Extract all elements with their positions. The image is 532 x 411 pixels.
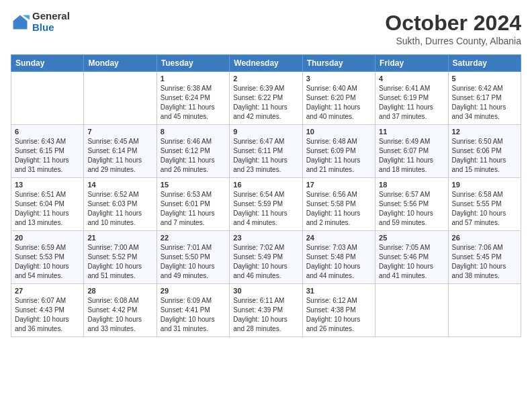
day-number: 27: [15, 287, 80, 295]
calendar-table: SundayMondayTuesdayWednesdayThursdayFrid…: [11, 54, 521, 337]
day-info: Sunrise: 6:46 AMSunset: 6:12 PMDaylight:…: [161, 137, 226, 175]
day-info: Sunrise: 6:43 AMSunset: 6:15 PMDaylight:…: [15, 137, 80, 175]
logo-blue: Blue: [32, 22, 70, 34]
calendar-day-cell: 10Sunrise: 6:48 AMSunset: 6:09 PMDayligh…: [302, 125, 375, 178]
calendar-week-row: 6Sunrise: 6:43 AMSunset: 6:15 PMDaylight…: [11, 125, 521, 178]
day-number: 6: [15, 128, 80, 136]
calendar-day-cell: 26Sunrise: 7:06 AMSunset: 5:45 PMDayligh…: [448, 231, 521, 284]
day-number: 17: [306, 181, 371, 189]
calendar-day-cell: 23Sunrise: 7:02 AMSunset: 5:49 PMDayligh…: [230, 231, 302, 284]
day-number: 29: [161, 287, 226, 295]
day-info: Sunrise: 7:01 AMSunset: 5:50 PMDaylight:…: [161, 243, 226, 281]
logo: General Blue: [11, 11, 70, 33]
calendar-day-cell: 13Sunrise: 6:51 AMSunset: 6:04 PMDayligh…: [11, 178, 84, 231]
calendar-day-cell: 3Sunrise: 6:40 AMSunset: 6:20 PMDaylight…: [302, 72, 375, 125]
day-info: Sunrise: 6:42 AMSunset: 6:17 PMDaylight:…: [452, 84, 517, 122]
calendar-day-cell: 20Sunrise: 6:59 AMSunset: 5:53 PMDayligh…: [11, 231, 84, 284]
day-number: 3: [306, 75, 371, 83]
day-number: 15: [161, 181, 226, 189]
day-info: Sunrise: 6:52 AMSunset: 6:03 PMDaylight:…: [87, 190, 152, 228]
day-info: Sunrise: 6:38 AMSunset: 6:24 PMDaylight:…: [161, 84, 226, 122]
day-info: Sunrise: 6:59 AMSunset: 5:53 PMDaylight:…: [15, 243, 80, 281]
day-info: Sunrise: 6:50 AMSunset: 6:06 PMDaylight:…: [452, 137, 517, 175]
calendar-day-cell: 5Sunrise: 6:42 AMSunset: 6:17 PMDaylight…: [448, 72, 521, 125]
day-info: Sunrise: 6:58 AMSunset: 5:55 PMDaylight:…: [452, 190, 517, 228]
day-info: Sunrise: 6:12 AMSunset: 4:38 PMDaylight:…: [306, 296, 371, 334]
day-number: 5: [452, 75, 517, 83]
day-of-week-header: Tuesday: [157, 55, 229, 72]
day-info: Sunrise: 6:54 AMSunset: 5:59 PMDaylight:…: [233, 190, 298, 228]
day-info: Sunrise: 6:45 AMSunset: 6:14 PMDaylight:…: [87, 137, 152, 175]
calendar-day-cell: 12Sunrise: 6:50 AMSunset: 6:06 PMDayligh…: [448, 125, 521, 178]
calendar-day-cell: 19Sunrise: 6:58 AMSunset: 5:55 PMDayligh…: [448, 178, 521, 231]
page-header: General Blue October 2024 Sukth, Durres …: [11, 11, 521, 46]
calendar-day-cell: 21Sunrise: 7:00 AMSunset: 5:52 PMDayligh…: [84, 231, 157, 284]
calendar-day-cell: 30Sunrise: 6:11 AMSunset: 4:39 PMDayligh…: [230, 284, 302, 337]
calendar-day-cell: [11, 72, 84, 125]
calendar-day-cell: 11Sunrise: 6:49 AMSunset: 6:07 PMDayligh…: [375, 125, 448, 178]
month-title: October 2024: [385, 11, 521, 36]
day-number: 28: [87, 287, 152, 295]
calendar-day-cell: 27Sunrise: 6:07 AMSunset: 4:43 PMDayligh…: [11, 284, 84, 337]
calendar-day-cell: 8Sunrise: 6:46 AMSunset: 6:12 PMDaylight…: [157, 125, 229, 178]
day-of-week-header: Wednesday: [230, 55, 302, 72]
location-subtitle: Sukth, Durres County, Albania: [385, 36, 521, 46]
day-number: 21: [87, 234, 152, 242]
day-info: Sunrise: 6:51 AMSunset: 6:04 PMDaylight:…: [15, 190, 80, 228]
calendar-day-cell: 7Sunrise: 6:45 AMSunset: 6:14 PMDaylight…: [84, 125, 157, 178]
calendar-day-cell: 31Sunrise: 6:12 AMSunset: 4:38 PMDayligh…: [302, 284, 375, 337]
day-number: 12: [452, 128, 517, 136]
calendar-day-cell: 17Sunrise: 6:56 AMSunset: 5:58 PMDayligh…: [302, 178, 375, 231]
calendar-day-cell: 4Sunrise: 6:41 AMSunset: 6:19 PMDaylight…: [375, 72, 448, 125]
day-number: 13: [15, 181, 80, 189]
day-of-week-header: Sunday: [11, 55, 84, 72]
day-info: Sunrise: 6:57 AMSunset: 5:56 PMDaylight:…: [379, 190, 444, 228]
day-info: Sunrise: 6:07 AMSunset: 4:43 PMDaylight:…: [15, 296, 80, 334]
day-info: Sunrise: 7:06 AMSunset: 5:45 PMDaylight:…: [452, 243, 517, 281]
day-info: Sunrise: 6:47 AMSunset: 6:11 PMDaylight:…: [233, 137, 298, 175]
day-info: Sunrise: 7:05 AMSunset: 5:46 PMDaylight:…: [379, 243, 444, 281]
day-info: Sunrise: 6:53 AMSunset: 6:01 PMDaylight:…: [161, 190, 226, 228]
day-number: 23: [233, 234, 298, 242]
day-info: Sunrise: 7:02 AMSunset: 5:49 PMDaylight:…: [233, 243, 298, 281]
calendar-day-cell: 1Sunrise: 6:38 AMSunset: 6:24 PMDaylight…: [157, 72, 229, 125]
day-number: 14: [87, 181, 152, 189]
day-number: 8: [161, 128, 226, 136]
day-info: Sunrise: 7:00 AMSunset: 5:52 PMDaylight:…: [87, 243, 152, 281]
calendar-week-row: 27Sunrise: 6:07 AMSunset: 4:43 PMDayligh…: [11, 284, 521, 337]
calendar-day-cell: 14Sunrise: 6:52 AMSunset: 6:03 PMDayligh…: [84, 178, 157, 231]
calendar-day-cell: 28Sunrise: 6:08 AMSunset: 4:42 PMDayligh…: [84, 284, 157, 337]
calendar-day-cell: 6Sunrise: 6:43 AMSunset: 6:15 PMDaylight…: [11, 125, 84, 178]
calendar-week-row: 20Sunrise: 6:59 AMSunset: 5:53 PMDayligh…: [11, 231, 521, 284]
day-info: Sunrise: 6:11 AMSunset: 4:39 PMDaylight:…: [233, 296, 298, 334]
day-number: 30: [233, 287, 298, 295]
calendar-day-cell: 9Sunrise: 6:47 AMSunset: 6:11 PMDaylight…: [230, 125, 302, 178]
calendar-week-row: 13Sunrise: 6:51 AMSunset: 6:04 PMDayligh…: [11, 178, 521, 231]
calendar-day-cell: 2Sunrise: 6:39 AMSunset: 6:22 PMDaylight…: [230, 72, 302, 125]
day-info: Sunrise: 6:40 AMSunset: 6:20 PMDaylight:…: [306, 84, 371, 122]
logo-general: General: [32, 11, 70, 22]
day-info: Sunrise: 6:56 AMSunset: 5:58 PMDaylight:…: [306, 190, 371, 228]
day-number: 24: [306, 234, 371, 242]
day-info: Sunrise: 6:49 AMSunset: 6:07 PMDaylight:…: [379, 137, 444, 175]
day-number: 7: [87, 128, 152, 136]
calendar-day-cell: 18Sunrise: 6:57 AMSunset: 5:56 PMDayligh…: [375, 178, 448, 231]
calendar-day-cell: 25Sunrise: 7:05 AMSunset: 5:46 PMDayligh…: [375, 231, 448, 284]
logo-text: General Blue: [32, 11, 70, 33]
calendar-day-cell: [375, 284, 448, 337]
day-number: 22: [161, 234, 226, 242]
day-number: 9: [233, 128, 298, 136]
day-of-week-header: Saturday: [448, 55, 521, 72]
day-number: 10: [306, 128, 371, 136]
day-of-week-header: Monday: [84, 55, 157, 72]
day-number: 19: [452, 181, 517, 189]
day-number: 4: [379, 75, 444, 83]
calendar-day-cell: [448, 284, 521, 337]
day-of-week-header: Thursday: [302, 55, 375, 72]
svg-marker-0: [13, 15, 28, 29]
day-number: 16: [233, 181, 298, 189]
title-block: October 2024 Sukth, Durres County, Alban…: [385, 11, 521, 46]
calendar-day-cell: 29Sunrise: 6:09 AMSunset: 4:41 PMDayligh…: [157, 284, 229, 337]
calendar-day-cell: 24Sunrise: 7:03 AMSunset: 5:48 PMDayligh…: [302, 231, 375, 284]
calendar-day-cell: [84, 72, 157, 125]
